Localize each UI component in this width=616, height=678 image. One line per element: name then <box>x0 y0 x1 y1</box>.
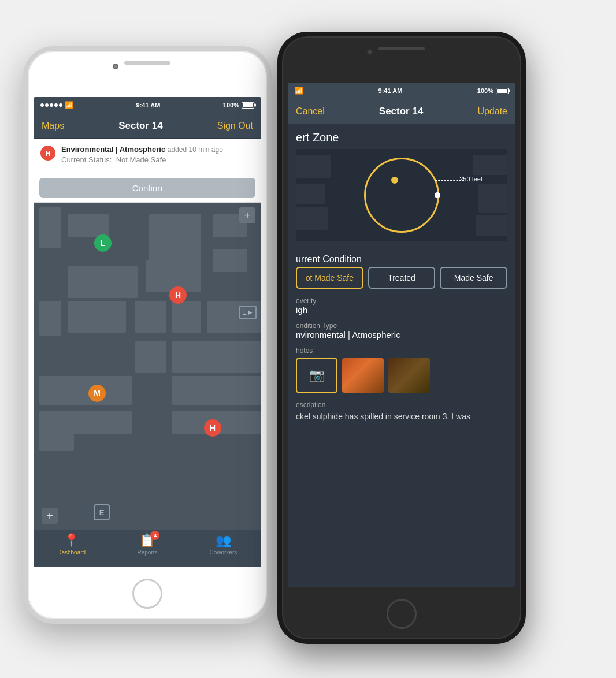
photo-thumb-2[interactable] <box>388 358 430 393</box>
confirm-button[interactable]: Confirm <box>39 178 255 198</box>
white-phone-screen: 📶 9:41 AM 100% Maps Sector 14 Sign Out H… <box>34 97 261 567</box>
tab-coworkers[interactable]: 👥 Coworkers <box>185 530 261 558</box>
map-badge-exit-arrow: E► <box>239 306 257 319</box>
condition-not-made-safe[interactable]: ot Made Safe <box>296 267 363 289</box>
map-area: + E► E + L H M H <box>34 203 261 530</box>
condition-buttons: ot Made Safe Treated Made Safe <box>288 267 515 295</box>
zone-section: ert Zone 250 feet <box>288 124 515 241</box>
nav-title-dark: Sector 14 <box>379 106 424 117</box>
dark-phone-screen: 📶 9:41 AM 100% Cancel Sector 14 Update e… <box>288 83 515 587</box>
signal-dot-2 <box>45 103 49 107</box>
status-bar-dark: 📶 9:41 AM 100% <box>288 83 515 99</box>
alert-text: Environmental | Atmospheric added 10 min… <box>61 144 223 165</box>
nav-right-white[interactable]: Sign Out <box>217 121 253 131</box>
battery-icon-dark <box>496 88 509 94</box>
status-left: 📶 <box>40 101 73 109</box>
nav-title-white: Sector 14 <box>118 120 163 132</box>
severity-label: everity <box>296 297 507 305</box>
nav-bar-white: Maps Sector 14 Sign Out <box>34 113 261 139</box>
reports-icon: 📋 4 <box>139 533 155 548</box>
condition-treated[interactable]: Treated <box>368 267 436 289</box>
alert-status: Current Status: Not Made Safe <box>61 155 223 165</box>
condition-made-safe[interactable]: Made Safe <box>440 267 507 289</box>
description-text: ckel sulphide has spilled in service roo… <box>296 411 507 423</box>
current-condition-label: urrent Condition <box>296 254 362 264</box>
signal-dot-5 <box>59 103 62 107</box>
severity-value: igh <box>296 305 507 315</box>
status-right-dark: 100% <box>477 87 509 94</box>
status-time-white: 9:41 AM <box>136 102 161 109</box>
status-left-dark: 📶 <box>295 87 303 95</box>
tab-reports-label: Reports <box>137 549 157 556</box>
pin-h-red-2[interactable]: H <box>204 419 221 437</box>
pin-l-green[interactable]: L <box>94 234 112 252</box>
phone-camera-dark <box>367 49 373 55</box>
condition-type-label: ondition Type <box>296 322 507 330</box>
phone-speaker-white <box>124 61 170 65</box>
map-add-button[interactable]: + <box>42 508 58 524</box>
signal-dots <box>40 103 62 107</box>
status-bar-white: 📶 9:41 AM 100% <box>34 97 261 113</box>
pin-m-orange[interactable]: M <box>88 385 106 402</box>
battery-pct-dark: 100% <box>477 87 493 94</box>
wifi-icon-dark: 📶 <box>295 87 303 95</box>
circle-outer: 250 feet <box>364 158 439 233</box>
phone-speaker-dark <box>378 47 425 50</box>
battery-fill-dark <box>497 89 507 93</box>
battery-fill-white <box>243 103 253 107</box>
tab-reports[interactable]: 📋 4 Reports <box>109 530 185 558</box>
tab-dashboard[interactable]: 📍 Dashboard <box>34 530 109 558</box>
photo-thumb-1[interactable] <box>342 358 384 393</box>
alert-added: added 10 min ago <box>168 146 223 154</box>
description-label: escription <box>296 401 507 409</box>
pin-h-red-1[interactable]: H <box>169 286 187 304</box>
photo-image-2 <box>388 358 430 393</box>
signal-dot-3 <box>50 103 53 107</box>
status-time-dark: 9:41 AM <box>378 87 403 94</box>
confirm-area: Confirm <box>34 173 261 203</box>
home-button-white[interactable] <box>132 579 162 609</box>
tab-dashboard-label: Dashboard <box>57 549 86 556</box>
home-button-dark[interactable] <box>387 599 417 629</box>
phone-camera-white <box>113 64 118 69</box>
nav-left-dark[interactable]: Cancel <box>296 106 325 117</box>
photos-row: 📷 <box>296 358 507 393</box>
nav-bar-dark: Cancel Sector 14 Update <box>288 99 515 124</box>
wifi-icon: 📶 <box>65 101 73 109</box>
circle-center-dot <box>391 177 398 184</box>
dashboard-icon: 📍 <box>64 533 79 548</box>
photos-section: hotos 📷 <box>288 344 515 398</box>
signal-dot-1 <box>40 103 44 107</box>
circle-distance-label: 250 feet <box>459 176 483 182</box>
tab-bar-white: 📍 Dashboard 📋 4 Reports 👥 Coworkers <box>34 530 261 562</box>
current-condition-section: urrent Condition <box>288 248 515 267</box>
severity-section: everity igh <box>288 295 515 319</box>
photos-label: hotos <box>296 347 507 355</box>
battery-pct-white: 100% <box>223 102 239 109</box>
battery-icon-white <box>242 102 254 109</box>
photo-add-button[interactable]: 📷 <box>296 358 337 393</box>
alert-type: Environmental | Atmospheric <box>61 145 165 154</box>
signal-dot-4 <box>54 103 58 107</box>
circle-diagram: 250 feet <box>296 149 507 241</box>
zone-title: ert Zone <box>296 131 507 144</box>
map-zoom-button[interactable]: + <box>239 207 255 223</box>
dark-phone: 📶 9:41 AM 100% Cancel Sector 14 Update e… <box>277 32 526 644</box>
white-phone: 📶 9:41 AM 100% Maps Sector 14 Sign Out H… <box>23 46 272 624</box>
reports-badge: 4 <box>150 531 159 540</box>
condition-type-value: nvironmental | Atmospheric <box>296 330 507 340</box>
condition-type-section: ondition Type nvironmental | Atmospheric <box>288 319 515 344</box>
status-right-white: 100% <box>223 102 254 109</box>
description-section: escription ckel sulphide has spilled in … <box>288 398 515 429</box>
camera-icon: 📷 <box>309 368 325 383</box>
alert-banner: H Environmental | Atmospheric added 10 m… <box>34 139 261 173</box>
circle-edge-dot <box>435 192 440 198</box>
photo-image-1 <box>342 358 384 393</box>
alert-icon-h: H <box>40 146 55 161</box>
map-badge-exit: E <box>94 504 110 520</box>
nav-left-white[interactable]: Maps <box>42 121 64 131</box>
tab-coworkers-label: Coworkers <box>209 549 237 556</box>
coworkers-icon: 👥 <box>216 533 231 548</box>
nav-right-dark[interactable]: Update <box>477 106 507 117</box>
